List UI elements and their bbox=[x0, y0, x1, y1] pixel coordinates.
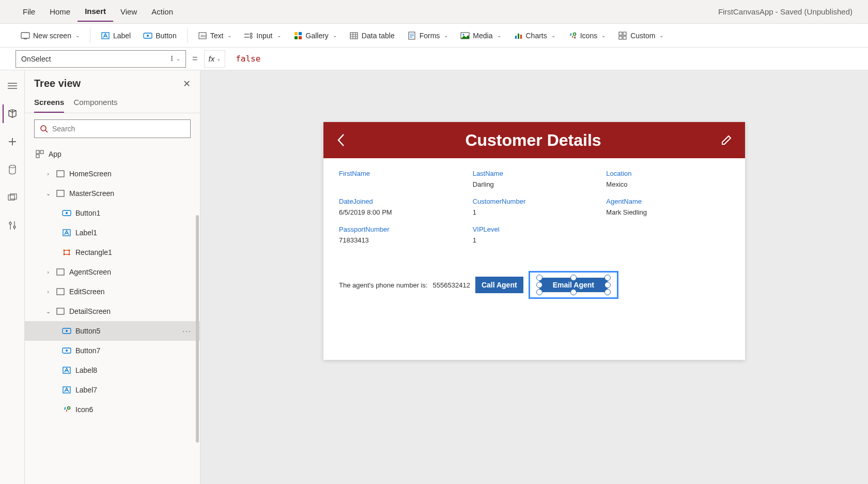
property-selector[interactable]: OnSelect I⌄ bbox=[16, 50, 186, 68]
svg-point-61 bbox=[64, 254, 65, 255]
svg-point-56 bbox=[66, 212, 68, 214]
svg-point-45 bbox=[13, 226, 16, 228]
tree-item-icon6[interactable]: Icon6 bbox=[25, 400, 200, 419]
resize-handle[interactable] bbox=[536, 289, 542, 295]
resize-handle[interactable] bbox=[570, 289, 577, 295]
resize-handle[interactable] bbox=[536, 275, 542, 281]
screen-icon bbox=[56, 189, 65, 198]
custom-dropdown[interactable]: Custom ⌄ bbox=[613, 28, 669, 43]
tree-app-row[interactable]: App bbox=[25, 144, 200, 164]
scrollbar-thumb[interactable] bbox=[196, 215, 199, 443]
button-icon bbox=[62, 208, 71, 218]
tree-item-button7[interactable]: Button7 bbox=[25, 341, 200, 360]
new-screen-button[interactable]: New screen ⌄ bbox=[16, 28, 85, 43]
input-icon bbox=[244, 31, 253, 40]
email-agent-selection[interactable]: Email Agent bbox=[529, 271, 618, 299]
fx-icon: fx bbox=[209, 54, 215, 63]
svg-text:Abc: Abc bbox=[200, 34, 207, 38]
chevron-icon[interactable]: ⌄ bbox=[44, 308, 52, 315]
button-text: Button bbox=[156, 32, 176, 40]
svg-point-48 bbox=[41, 126, 46, 131]
chevron-icon[interactable]: ⌄ bbox=[44, 190, 52, 197]
insert-tab[interactable] bbox=[3, 132, 22, 151]
icons-dropdown[interactable]: Icons ⌄ bbox=[563, 28, 611, 43]
resize-handle[interactable] bbox=[570, 275, 577, 281]
label-icon bbox=[62, 385, 71, 395]
tree-search-input[interactable] bbox=[52, 125, 185, 133]
last-name-value: Darling bbox=[473, 180, 596, 191]
menu-view[interactable]: View bbox=[113, 2, 144, 21]
resize-handle[interactable] bbox=[605, 289, 611, 295]
media-tab[interactable] bbox=[3, 188, 22, 207]
tree-item-label8[interactable]: Label8 bbox=[25, 360, 200, 380]
back-icon[interactable] bbox=[336, 133, 346, 147]
last-name-label: LastName bbox=[473, 167, 596, 177]
email-agent-button[interactable]: Email Agent bbox=[539, 278, 608, 292]
tree-item-label1[interactable]: Label1 bbox=[25, 223, 200, 243]
chevron-down-icon: ⌄ bbox=[277, 33, 281, 38]
call-agent-button[interactable]: Call Agent bbox=[475, 277, 523, 293]
data-table-button[interactable]: Data table bbox=[344, 28, 400, 43]
data-table-label: Data table bbox=[362, 32, 395, 40]
formula-input[interactable] bbox=[231, 50, 853, 68]
tree-item-detailscreen[interactable]: ⌄DetailScreen bbox=[25, 301, 200, 321]
resize-handle[interactable] bbox=[605, 282, 611, 288]
tree-item-button1[interactable]: Button1 bbox=[25, 203, 200, 223]
detail-screen-canvas[interactable]: Customer Details FirstName LastName Loca… bbox=[323, 122, 745, 360]
label-button[interactable]: Label bbox=[96, 28, 136, 43]
menu-bar: File Home Insert View Action FirstCanvas… bbox=[0, 0, 868, 24]
media-label: Media bbox=[473, 32, 492, 40]
hamburger-button[interactable] bbox=[3, 77, 22, 95]
svg-rect-63 bbox=[57, 269, 64, 275]
svg-rect-32 bbox=[619, 36, 622, 39]
canvas-area[interactable]: Customer Details FirstName LastName Loca… bbox=[200, 70, 868, 484]
tree-item-agentscreen[interactable]: ›AgentScreen bbox=[25, 262, 200, 282]
svg-rect-31 bbox=[623, 32, 626, 35]
tree-view-tab[interactable] bbox=[3, 104, 21, 123]
svg-point-42 bbox=[9, 222, 11, 224]
resize-handle[interactable] bbox=[605, 275, 611, 281]
text-dropdown[interactable]: Abc Text ⌄ bbox=[193, 28, 237, 43]
chevron-icon[interactable]: › bbox=[44, 269, 52, 275]
data-tab[interactable] bbox=[3, 160, 22, 179]
forms-dropdown[interactable]: Forms ⌄ bbox=[402, 28, 454, 43]
customer-number-value: 1 bbox=[473, 208, 596, 219]
more-icon[interactable]: ··· bbox=[182, 327, 192, 335]
tree-item-rectangle1[interactable]: Rectangle1 bbox=[25, 243, 200, 262]
gallery-dropdown[interactable]: Gallery ⌄ bbox=[288, 28, 342, 43]
tree-item-label7[interactable]: Label7 bbox=[25, 380, 200, 400]
equals-label: = bbox=[192, 53, 198, 64]
tree-item-editscreen[interactable]: ›EditScreen bbox=[25, 282, 200, 301]
menu-action[interactable]: Action bbox=[144, 2, 180, 21]
chevron-icon[interactable]: › bbox=[44, 171, 52, 177]
charts-dropdown[interactable]: Charts ⌄ bbox=[508, 28, 561, 43]
advanced-tab[interactable] bbox=[3, 216, 22, 235]
chevron-icon[interactable]: › bbox=[44, 289, 52, 295]
tab-components[interactable]: Components bbox=[73, 94, 117, 113]
tree-item-button5[interactable]: Button5··· bbox=[25, 321, 200, 341]
input-dropdown[interactable]: Input ⌄ bbox=[239, 28, 286, 43]
location-value: Mexico bbox=[606, 180, 730, 191]
tree-item-masterscreen[interactable]: ⌄MasterScreen bbox=[25, 184, 200, 203]
button-icon bbox=[62, 346, 71, 355]
svg-point-10 bbox=[250, 36, 252, 38]
svg-point-67 bbox=[66, 330, 68, 332]
resize-handle[interactable] bbox=[536, 282, 542, 288]
menu-insert[interactable]: Insert bbox=[78, 2, 113, 22]
icons-label: Icons bbox=[580, 32, 597, 40]
tree-search[interactable] bbox=[34, 119, 191, 138]
button-button[interactable]: Button bbox=[138, 28, 181, 43]
tab-screens[interactable]: Screens bbox=[34, 94, 64, 113]
ribbon: New screen ⌄ Label Button Abc Text ⌄ Inp… bbox=[0, 24, 868, 48]
chevron-down-icon: ⌄ bbox=[497, 33, 501, 38]
menu-file[interactable]: File bbox=[16, 2, 42, 21]
tree-item-homescreen[interactable]: ›HomeScreen bbox=[25, 164, 200, 184]
media-dropdown[interactable]: Media ⌄ bbox=[455, 28, 506, 43]
svg-point-60 bbox=[69, 250, 70, 251]
fx-button[interactable]: fx ⌄ bbox=[204, 50, 226, 68]
close-icon[interactable]: ✕ bbox=[183, 78, 191, 89]
menu-home[interactable]: Home bbox=[42, 2, 78, 21]
app-status: FirstCanvasApp - Saved (Unpublished) bbox=[718, 7, 853, 16]
edit-icon[interactable] bbox=[720, 134, 733, 146]
agent-name-label: AgentName bbox=[606, 194, 730, 205]
